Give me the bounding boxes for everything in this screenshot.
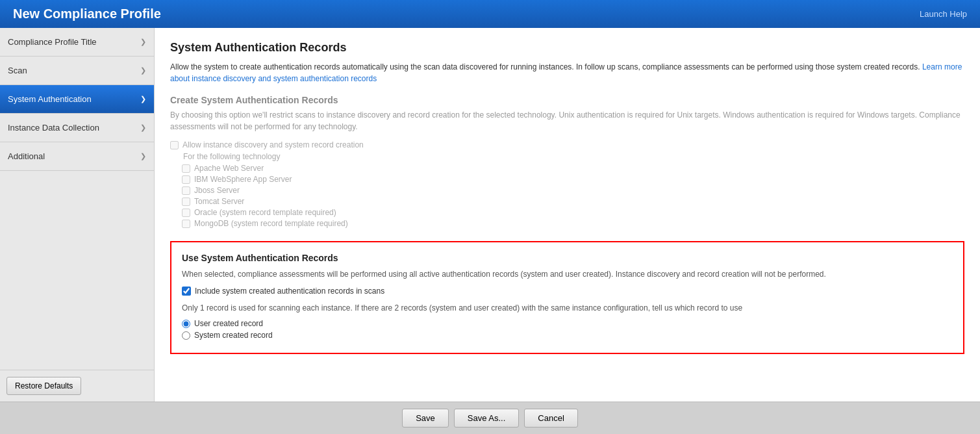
chevron-icon-3: ❯ bbox=[140, 123, 146, 132]
header: New Compliance Profile Launch Help bbox=[0, 0, 980, 28]
sidebar-label-compliance-profile-title: Compliance Profile Title bbox=[8, 37, 97, 47]
tech-row-3: Tomcat Server bbox=[182, 197, 964, 206]
tech-checkbox-1[interactable] bbox=[182, 175, 190, 184]
launch-help-link[interactable]: Launch Help bbox=[920, 9, 967, 19]
chevron-icon-2: ❯ bbox=[140, 95, 146, 103]
for-technology-label: For the following technology bbox=[183, 152, 964, 161]
app-container: New Compliance Profile Launch Help Compl… bbox=[0, 0, 980, 434]
radio-system-created-row: System created record bbox=[182, 331, 953, 340]
chevron-icon-1: ❯ bbox=[140, 66, 146, 75]
tech-label-4: Oracle (system record template required) bbox=[194, 208, 336, 217]
app-title: New Compliance Profile bbox=[13, 6, 161, 21]
sidebar-item-scan[interactable]: Scan ❯ bbox=[0, 57, 154, 85]
create-section-desc: By choosing this option we'll restrict s… bbox=[170, 109, 964, 133]
radio-system-created[interactable] bbox=[182, 331, 190, 340]
sidebar-label-additional: Additional bbox=[8, 151, 45, 161]
include-system-records-row: Include system created authentication re… bbox=[182, 287, 953, 296]
tech-label-3: Tomcat Server bbox=[194, 197, 244, 206]
sidebar-label-system-authentication: System Authentication bbox=[8, 94, 92, 104]
chevron-icon-0: ❯ bbox=[140, 38, 146, 46]
sidebar-item-instance-data-collection[interactable]: Instance Data Collection ❯ bbox=[0, 114, 154, 142]
save-as-button[interactable]: Save As... bbox=[454, 409, 520, 428]
tech-label-2: Jboss Server bbox=[194, 186, 240, 195]
include-records-label: Include system created authentication re… bbox=[195, 287, 384, 296]
restore-defaults-button[interactable]: Restore Defaults bbox=[6, 377, 81, 395]
footer: Save Save As... Cancel bbox=[0, 402, 980, 434]
tech-checkbox-3[interactable] bbox=[182, 198, 190, 206]
technology-list: Apache Web Server IBM WebSphere App Serv… bbox=[182, 164, 964, 228]
cancel-button[interactable]: Cancel bbox=[524, 409, 577, 428]
radio-system-created-label: System created record bbox=[194, 331, 273, 340]
create-section-title: Create System Authentication Records bbox=[170, 95, 964, 105]
content-intro: Allow the system to create authenticatio… bbox=[170, 61, 964, 84]
tech-label-5: MongoDB (system record template required… bbox=[194, 219, 348, 228]
allow-discovery-label: Allow instance discovery and system reco… bbox=[182, 140, 364, 149]
tech-label-1: IBM WebSphere App Server bbox=[194, 175, 292, 184]
content-area: System Authentication Records Allow the … bbox=[155, 28, 980, 402]
sidebar-spacer bbox=[0, 171, 154, 370]
tech-row-4: Oracle (system record template required) bbox=[182, 208, 964, 217]
tech-label-0: Apache Web Server bbox=[194, 164, 264, 173]
allow-discovery-checkbox[interactable] bbox=[170, 141, 179, 149]
use-system-auth-box: Use System Authentication Records When s… bbox=[170, 241, 964, 354]
allow-instance-discovery-row: Allow instance discovery and system reco… bbox=[170, 140, 964, 149]
chevron-icon-4: ❯ bbox=[140, 152, 146, 160]
sidebar-item-system-authentication[interactable]: System Authentication ❯ bbox=[0, 85, 154, 114]
tech-checkbox-5[interactable] bbox=[182, 220, 190, 228]
sidebar-item-additional[interactable]: Additional ❯ bbox=[0, 142, 154, 171]
radio-user-created-label: User created record bbox=[194, 319, 263, 328]
tech-checkbox-4[interactable] bbox=[182, 209, 190, 217]
tech-checkbox-2[interactable] bbox=[182, 186, 190, 195]
tech-row-0: Apache Web Server bbox=[182, 164, 964, 173]
include-records-checkbox[interactable] bbox=[182, 287, 191, 296]
tech-row-5: MongoDB (system record template required… bbox=[182, 219, 964, 228]
tech-checkbox-0[interactable] bbox=[182, 164, 190, 173]
page-title: System Authentication Records bbox=[170, 41, 964, 55]
record-info-text: Only 1 record is used for scanning each … bbox=[182, 302, 953, 314]
sidebar-label-scan: Scan bbox=[8, 66, 27, 75]
restore-btn-container: Restore Defaults bbox=[0, 370, 154, 402]
radio-user-created-row: User created record bbox=[182, 319, 953, 328]
use-auth-title: Use System Authentication Records bbox=[182, 253, 953, 263]
sidebar-label-instance-data-collection: Instance Data Collection bbox=[8, 123, 99, 133]
sidebar-item-compliance-profile-title[interactable]: Compliance Profile Title ❯ bbox=[0, 28, 154, 57]
save-button[interactable]: Save bbox=[402, 409, 449, 428]
use-auth-desc: When selected, compliance assessments wi… bbox=[182, 268, 953, 280]
sidebar: Compliance Profile Title ❯ Scan ❯ System… bbox=[0, 28, 155, 402]
radio-user-created[interactable] bbox=[182, 320, 190, 328]
main-layout: Compliance Profile Title ❯ Scan ❯ System… bbox=[0, 28, 980, 402]
tech-row-2: Jboss Server bbox=[182, 186, 964, 195]
tech-row-1: IBM WebSphere App Server bbox=[182, 175, 964, 184]
